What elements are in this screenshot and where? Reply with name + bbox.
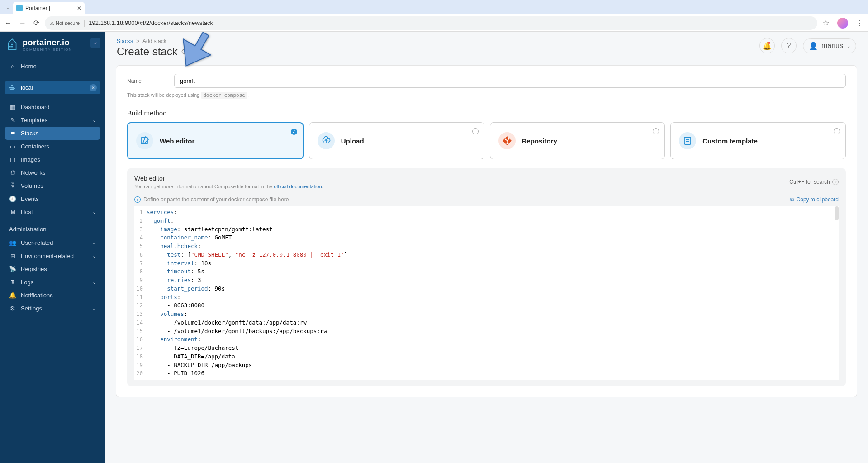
breadcrumb-link-stacks[interactable]: Stacks bbox=[117, 38, 133, 44]
profile-avatar-icon[interactable] bbox=[837, 18, 848, 29]
nav-item-registries[interactable]: 📡Registries bbox=[5, 263, 100, 276]
nav-item-home[interactable]: ⌂ Home bbox=[5, 60, 100, 73]
nav-icon: 🔔 bbox=[9, 292, 16, 299]
method-card-web-editor[interactable]: Web editor✓ bbox=[127, 122, 304, 159]
nav-item-environment-related[interactable]: ⊞Environment-related⌄ bbox=[5, 249, 100, 263]
nav-icon: ▢ bbox=[9, 156, 16, 163]
nav-item-host[interactable]: 🖥Host⌄ bbox=[5, 205, 100, 219]
docs-link[interactable]: official documentation bbox=[274, 184, 322, 189]
home-icon: ⌂ bbox=[9, 63, 16, 70]
chevron-down-icon: ⌄ bbox=[92, 280, 96, 285]
compose-hint-text: Define or paste the content of your dock… bbox=[143, 196, 289, 203]
page-title: Create stack ⟳ bbox=[117, 45, 188, 58]
chevron-down-icon: ⌄ bbox=[92, 118, 96, 123]
repository-icon bbox=[498, 132, 516, 149]
nav-item-notifications[interactable]: 🔔Notifications bbox=[5, 289, 100, 302]
search-hint: Ctrl+F for search ? bbox=[789, 179, 839, 185]
sidebar-header: portainer.io COMMUNITY EDITION « bbox=[0, 32, 105, 58]
brand-text: portainer.io bbox=[23, 38, 72, 48]
copy-to-clipboard-button[interactable]: ⧉ Copy to clipboard bbox=[790, 196, 839, 203]
nav-icon: 🕘 bbox=[9, 196, 16, 202]
svg-rect-2 bbox=[11, 46, 13, 47]
nav-item-settings[interactable]: ⚙Settings⌄ bbox=[5, 302, 100, 315]
help-button[interactable]: ? bbox=[781, 38, 797, 53]
bookmark-star-icon[interactable]: ☆ bbox=[823, 19, 829, 27]
security-badge: △ Not secure bbox=[50, 20, 80, 26]
svg-rect-4 bbox=[9, 87, 11, 88]
notifications-button[interactable]: 🔔 bbox=[759, 38, 775, 53]
nav-item-events[interactable]: 🕘Events bbox=[5, 192, 100, 205]
nav-back-icon[interactable]: ← bbox=[5, 19, 12, 27]
help-icon: ? bbox=[787, 42, 791, 50]
nav-icon: 👥 bbox=[9, 239, 16, 246]
sidebar: portainer.io COMMUNITY EDITION « ⌂ Home … bbox=[0, 32, 105, 463]
method-card-upload[interactable]: Upload bbox=[309, 122, 484, 159]
browser-chrome: ⌄ Portainer | ✕ ← → ⟳ △ Not secure | 192… bbox=[0, 0, 868, 32]
tab-close-icon[interactable]: ✕ bbox=[77, 5, 81, 11]
copy-icon: ⧉ bbox=[790, 196, 794, 203]
env-close-icon[interactable]: ✕ bbox=[90, 84, 97, 91]
nav-icon: ≣ bbox=[9, 130, 16, 137]
name-label: Name bbox=[127, 78, 163, 84]
browser-tab[interactable]: Portainer | ✕ bbox=[13, 2, 85, 14]
sidebar-collapse-button[interactable]: « bbox=[90, 38, 100, 48]
warning-icon: △ bbox=[50, 20, 54, 26]
code-editor[interactable]: 1234567891011121314151617181920 services… bbox=[134, 206, 839, 380]
nav-section-admin: Administration bbox=[0, 220, 105, 234]
chevron-down-icon: ⌄ bbox=[92, 240, 96, 245]
nav-icon: 🖥 bbox=[9, 209, 16, 215]
upload-icon bbox=[318, 132, 335, 149]
nav-item-environment[interactable]: local ✕ bbox=[5, 81, 100, 94]
nav-icon: ⊞ bbox=[9, 253, 16, 259]
stack-name-input[interactable] bbox=[174, 74, 846, 88]
url-box[interactable]: △ Not secure | 192.168.1.18:9000/#!/2/do… bbox=[45, 16, 817, 30]
nav-icon: ⌬ bbox=[9, 169, 16, 176]
nav-icon: ▦ bbox=[9, 104, 16, 110]
editor-help: You can get more information about Compo… bbox=[134, 184, 323, 189]
chevron-down-icon: ⌄ bbox=[92, 210, 96, 215]
line-number-gutter: 1234567891011121314151617181920 bbox=[134, 206, 147, 380]
nav-item-networks[interactable]: ⌬Networks bbox=[5, 166, 100, 179]
tab-title: Portainer | bbox=[25, 5, 74, 11]
nav-item-stacks[interactable]: ≣Stacks bbox=[5, 127, 100, 140]
nav-item-containers[interactable]: ▭Containers bbox=[5, 140, 100, 153]
nav-item-templates[interactable]: ✎Templates⌄ bbox=[5, 114, 100, 127]
nav-item-images[interactable]: ▢Images bbox=[5, 153, 100, 166]
tab-favicon-icon bbox=[16, 5, 23, 11]
nav-icon: ✎ bbox=[9, 117, 16, 124]
svg-point-9 bbox=[505, 139, 506, 140]
build-method-title: Build method bbox=[127, 109, 846, 117]
refresh-icon[interactable]: ⟳ bbox=[181, 47, 188, 57]
nav-icon: 🗎 bbox=[9, 279, 16, 286]
url-text: 192.168.1.18:9000/#!/2/docker/stacks/new… bbox=[89, 19, 213, 26]
nav-item-dashboard[interactable]: ▦Dashboard bbox=[5, 100, 100, 114]
info-icon: i bbox=[134, 196, 141, 203]
browser-menu-icon[interactable]: ⋮ bbox=[856, 19, 863, 27]
radio-indicator-icon bbox=[653, 128, 659, 134]
radio-indicator-icon: ✓ bbox=[291, 129, 297, 135]
nav-icon: 📡 bbox=[9, 266, 16, 272]
chevron-down-icon: ⌄ bbox=[92, 253, 96, 258]
breadcrumb: Stacks > Add stack bbox=[117, 38, 188, 44]
svg-point-10 bbox=[508, 138, 509, 140]
svg-rect-3 bbox=[11, 44, 13, 45]
nav-item-user-related[interactable]: 👥User-related⌄ bbox=[5, 236, 100, 249]
notification-dot-icon bbox=[768, 42, 770, 44]
nav-forward-icon[interactable]: → bbox=[19, 19, 26, 27]
main-content: Stacks > Add stack Create stack ⟳ 🔔 ? bbox=[105, 32, 868, 463]
portainer-logo-icon bbox=[6, 38, 18, 52]
deploy-note: This stack will be deployed using docker… bbox=[127, 92, 846, 98]
radio-indicator-icon bbox=[834, 128, 840, 134]
method-card-repository[interactable]: Repository bbox=[490, 122, 665, 159]
nav-item-volumes[interactable]: 🗄Volumes bbox=[5, 179, 100, 192]
editor-scrollbar[interactable] bbox=[835, 206, 839, 220]
custom-template-icon bbox=[679, 132, 696, 149]
web-editor-icon bbox=[136, 132, 153, 149]
user-menu[interactable]: 👤 marius ⌄ bbox=[803, 38, 856, 53]
chevron-down-icon: ⌄ bbox=[847, 43, 850, 48]
nav-reload-icon[interactable]: ⟳ bbox=[33, 19, 39, 27]
nav-item-logs[interactable]: 🗎Logs⌄ bbox=[5, 276, 100, 289]
tabs-chevron-icon[interactable]: ⌄ bbox=[4, 5, 13, 10]
svg-point-11 bbox=[506, 143, 508, 144]
method-card-custom-template[interactable]: Custom template bbox=[670, 122, 846, 159]
